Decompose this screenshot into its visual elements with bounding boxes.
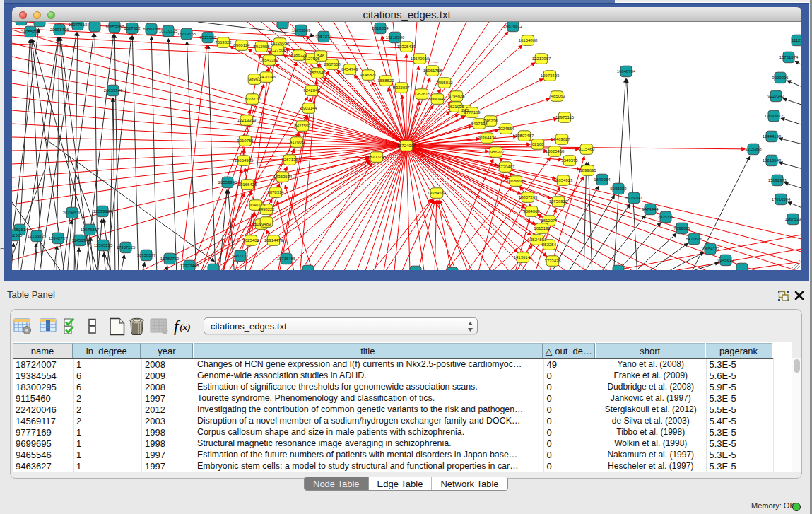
svg-text:20053346: 20053346 <box>218 180 237 185</box>
svg-text:20691406: 20691406 <box>50 28 69 32</box>
svg-text:16914479: 16914479 <box>264 238 283 243</box>
svg-text:1549575: 1549575 <box>561 158 578 163</box>
svg-text:9245612: 9245612 <box>717 258 734 262</box>
svg-text:16782759: 16782759 <box>160 257 180 261</box>
svg-text:10653267: 10653267 <box>105 25 124 29</box>
svg-text:1145134: 1145134 <box>72 238 89 243</box>
svg-text:14136141: 14136141 <box>514 255 533 259</box>
svg-text:13975867: 13975867 <box>81 228 100 232</box>
svg-text:24055724: 24055724 <box>21 30 40 34</box>
svg-text:7955812: 7955812 <box>436 81 453 85</box>
svg-text:7663822: 7663822 <box>215 40 232 45</box>
svg-text:9463627: 9463627 <box>553 137 570 141</box>
svg-text:8322037: 8322037 <box>393 86 410 90</box>
svg-text:2967608: 2967608 <box>324 62 341 66</box>
svg-text:10719135: 10719135 <box>159 29 178 33</box>
svg-text:19654985: 19654985 <box>235 158 254 163</box>
svg-text:3267130: 3267130 <box>281 158 298 162</box>
svg-text:9227342: 9227342 <box>767 94 784 98</box>
svg-text:6899695: 6899695 <box>579 168 596 173</box>
svg-text:18807269: 18807269 <box>519 195 538 199</box>
svg-text:10973493: 10973493 <box>541 74 560 78</box>
svg-text:18724007: 18724007 <box>397 144 416 148</box>
svg-text:4498222: 4498222 <box>258 207 275 211</box>
svg-text:4350514: 4350514 <box>12 228 28 232</box>
svg-text:12444193: 12444193 <box>763 134 782 139</box>
svg-text:2903144: 2903144 <box>300 106 317 110</box>
svg-text:1588520: 1588520 <box>377 78 394 83</box>
svg-text:1640954: 1640954 <box>594 177 611 182</box>
svg-text:17957225: 17957225 <box>117 245 136 250</box>
svg-text:2718170: 2718170 <box>244 97 261 101</box>
svg-text:2986372: 2986372 <box>488 150 505 154</box>
svg-text:15751074: 15751074 <box>779 55 799 59</box>
svg-text:10358177: 10358177 <box>137 253 156 257</box>
svg-text:12923448: 12923448 <box>180 264 199 268</box>
svg-text:16648784: 16648784 <box>617 69 636 74</box>
svg-text:8454749: 8454749 <box>341 67 358 71</box>
svg-text:98961: 98961 <box>249 77 261 81</box>
svg-text:1612074: 1612074 <box>541 218 558 223</box>
svg-text:9329996: 9329996 <box>772 76 789 80</box>
svg-text:18300295: 18300295 <box>367 155 387 159</box>
svg-text:19218506: 19218506 <box>386 35 405 40</box>
svg-text:8813054: 8813054 <box>372 26 389 30</box>
svg-text:1010755: 1010755 <box>237 139 254 143</box>
svg-text:10807487: 10807487 <box>515 134 534 138</box>
svg-text:(x): (x) <box>180 322 191 332</box>
svg-text:7357274: 7357274 <box>315 35 332 39</box>
svg-text:12539924: 12539924 <box>93 209 112 214</box>
svg-text:10654112: 10654112 <box>701 247 720 251</box>
svg-text:16543382: 16543382 <box>260 58 279 62</box>
svg-text:10077513: 10077513 <box>69 23 88 27</box>
svg-text:8912958: 8912958 <box>253 45 270 49</box>
svg-text:15692971: 15692971 <box>768 178 787 182</box>
svg-text:13226058: 13226058 <box>271 41 290 45</box>
svg-text:252254: 252254 <box>542 243 557 247</box>
svg-text:9474444: 9474444 <box>642 207 659 211</box>
svg-text:16713155: 16713155 <box>177 32 196 36</box>
svg-text:19384554: 19384554 <box>428 191 447 195</box>
svg-text:12213967: 12213967 <box>532 57 551 61</box>
svg-text:9990443: 9990443 <box>429 97 446 101</box>
svg-text:1615132: 1615132 <box>534 226 551 230</box>
svg-text:12975115: 12975115 <box>555 115 575 119</box>
svg-text:9146821: 9146821 <box>360 73 377 77</box>
svg-text:15099489: 15099489 <box>252 222 271 226</box>
svg-text:9127500: 9127500 <box>269 48 286 52</box>
svg-text:16033809: 16033809 <box>292 28 311 33</box>
svg-text:20206538: 20206538 <box>63 211 82 215</box>
svg-text:11127: 11127 <box>792 38 801 42</box>
svg-text:12505135: 12505135 <box>94 243 113 247</box>
svg-text:10025458: 10025458 <box>546 149 565 153</box>
svg-text:8427552: 8427552 <box>294 124 311 128</box>
svg-text:12156829: 12156829 <box>28 234 47 238</box>
svg-text:16154808: 16154808 <box>519 38 538 42</box>
svg-text:6966160: 6966160 <box>143 27 160 31</box>
svg-text:9084067: 9084067 <box>523 209 540 214</box>
svg-text:19166425: 19166425 <box>238 182 257 187</box>
svg-text:20364436: 20364436 <box>478 136 497 140</box>
svg-text:3911505: 3911505 <box>12 233 23 238</box>
svg-text:13654923: 13654923 <box>554 178 573 182</box>
svg-text:3875645: 3875645 <box>309 71 326 75</box>
svg-text:3878314: 3878314 <box>267 190 284 194</box>
svg-text:1167539: 1167539 <box>785 217 801 221</box>
svg-text:3215958: 3215958 <box>745 147 762 151</box>
svg-text:1733426: 1733426 <box>544 259 561 263</box>
svg-text:7515526: 7515526 <box>199 35 216 40</box>
svg-text:16210643: 16210643 <box>763 158 782 163</box>
svg-text:12942737: 12942737 <box>49 236 68 240</box>
svg-text:12093872: 12093872 <box>765 114 784 118</box>
svg-text:9115460: 9115460 <box>579 147 596 151</box>
svg-text:9242843: 9242843 <box>303 88 320 93</box>
svg-text:10756928: 10756928 <box>549 199 568 204</box>
svg-text:7632621: 7632621 <box>673 226 690 230</box>
svg-text:417006: 417006 <box>290 140 305 144</box>
svg-text:5938923: 5938923 <box>610 187 627 191</box>
svg-text:546: 546 <box>317 54 325 58</box>
svg-text:9457771: 9457771 <box>232 254 249 258</box>
svg-text:1362615: 1362615 <box>413 92 430 96</box>
svg-text:62160: 62160 <box>532 142 544 146</box>
svg-text:20053346: 20053346 <box>104 88 123 93</box>
